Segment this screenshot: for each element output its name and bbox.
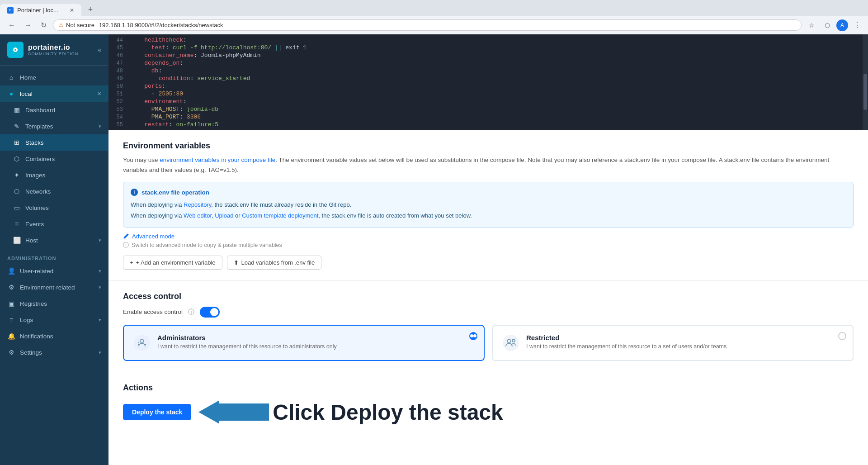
app-layout: portainer.io Community Edition « ⌂ Home … [0, 34, 868, 465]
svg-point-8 [503, 335, 519, 351]
hint-text: Switch to advanced mode to copy & paste … [132, 242, 282, 248]
sidebar-item-volumes[interactable]: ▭ Volumes [0, 199, 108, 216]
info-box-text: When deploying via Repository, the stack… [131, 199, 846, 221]
code-lines: 44 healthcheck:45 test: curl -f http://l… [108, 36, 868, 128]
profile-button[interactable]: A [836, 19, 848, 31]
more-menu-button[interactable]: ⋮ [852, 19, 863, 31]
vertical-scrollbar[interactable] [863, 34, 868, 130]
sidebar-item-local[interactable]: ● local ✕ [0, 85, 108, 102]
access-control-toggle[interactable] [200, 307, 220, 318]
logo-sub-text: Community Edition [28, 52, 78, 56]
annotation-text: Click Deploy the stack [273, 400, 503, 425]
admin-radio[interactable] [469, 332, 477, 340]
bookmark-button[interactable]: ☆ [805, 20, 818, 31]
sidebar-collapse-button[interactable]: « [98, 46, 101, 53]
restricted-card[interactable]: Restricted I want to restrict the manage… [492, 325, 854, 361]
line-content: PMA_HOST: joomla-db [130, 106, 868, 113]
local-icon: ● [7, 90, 15, 97]
forward-button[interactable]: → [22, 19, 34, 31]
sidebar-item-notifications[interactable]: 🔔 Notifications [0, 328, 108, 344]
line-number: 52 [108, 99, 130, 105]
local-close-icon[interactable]: ✕ [97, 91, 101, 97]
add-env-var-button[interactable]: + + Add an environment variable [123, 256, 222, 270]
env-related-label: Environment-related [20, 284, 94, 291]
sidebar-item-settings[interactable]: ⚙ Settings ▾ [0, 344, 108, 361]
sidebar-item-dashboard[interactable]: ▦ Dashboard [0, 102, 108, 118]
line-number: 44 [108, 37, 130, 43]
line-content: db: [130, 67, 868, 74]
sidebar-item-images[interactable]: ✦ Images [0, 167, 108, 183]
toggle-row: Enable access control ⓘ [123, 307, 854, 318]
code-line: 48 db: [108, 67, 868, 75]
sidebar-item-containers[interactable]: ⬡ Containers [0, 151, 108, 167]
tab-title: Portainer | loc... [17, 7, 58, 14]
back-button[interactable]: ← [5, 19, 18, 31]
hint-icon: ⓘ [123, 242, 129, 249]
help-icon[interactable]: ⓘ [188, 308, 194, 316]
not-secure-label: Not secure [66, 22, 94, 28]
upload-link[interactable]: Upload [215, 212, 233, 219]
sidebar-item-env-related[interactable]: ⚙ Environment-related ▾ [0, 279, 108, 295]
code-line: 52 environment: [108, 98, 868, 105]
browser-tab[interactable]: P Portainer | loc... ✕ [0, 4, 81, 16]
line-content: test: curl -f http://localhost:80/ || ex… [130, 44, 868, 51]
tab-close-button[interactable]: ✕ [70, 7, 74, 14]
address-bar[interactable]: ⚠ Not secure 192.168.1.18:9000/#!/2/dock… [53, 19, 802, 31]
notifications-icon: 🔔 [7, 332, 15, 340]
access-control-section: Access control Enable access control ⓘ [108, 281, 868, 372]
admin-card[interactable]: Administrators I want to restrict the ma… [123, 325, 485, 361]
sidebar-item-home[interactable]: ⌂ Home [0, 69, 108, 85]
line-number: 47 [108, 60, 130, 66]
env-buttons-row: + + Add an environment variable ⬆ Load v… [123, 256, 854, 270]
networks-label: Networks [25, 188, 101, 195]
restricted-radio[interactable] [838, 332, 846, 340]
line-number: 45 [108, 45, 130, 51]
sidebar-item-stacks[interactable]: ⊞ Stacks [0, 134, 108, 151]
sidebar-item-registries[interactable]: ▣ Registries [0, 295, 108, 312]
line-number: 53 [108, 106, 130, 113]
scrollbar-thumb[interactable] [863, 74, 867, 110]
web-editor-link[interactable]: Web editor [184, 212, 212, 219]
deploy-button[interactable]: Deploy the stack [123, 404, 191, 420]
sidebar-item-events[interactable]: ≡ Events [0, 216, 108, 232]
code-line: 51 - 2505:80 [108, 90, 868, 98]
admin-group-label: Administration [0, 252, 108, 263]
access-cards: Administrators I want to restrict the ma… [123, 325, 854, 361]
code-line: 46 container_name: Joomla-phpMyAdmin [108, 52, 868, 59]
extensions-button[interactable]: ⬡ [822, 20, 833, 31]
logs-arrow-icon: ▾ [99, 317, 101, 323]
sidebar-item-networks[interactable]: ⬡ Networks [0, 183, 108, 199]
sidebar-item-host[interactable]: ⬜ Host ▾ [0, 232, 108, 248]
sidebar-item-templates[interactable]: ✎ Templates ▾ [0, 118, 108, 134]
load-env-file-button[interactable]: ⬆ Load variables from .env file [227, 256, 322, 270]
line-content: environment: [130, 98, 868, 105]
templates-icon: ✎ [13, 123, 21, 130]
sidebar-item-user-related[interactable]: 👤 User-related ▾ [0, 263, 108, 279]
info-box-title: i stack.env file operation [131, 189, 846, 196]
host-label: Host [25, 237, 94, 244]
code-line: 54 PMA_PORT: 3306 [108, 113, 868, 121]
admin-card-desc: I want to restrict the management of thi… [157, 343, 337, 350]
custom-template-link[interactable]: Custom template deployment [242, 212, 318, 219]
toggle-slider [200, 307, 220, 318]
logo-icon [7, 42, 24, 58]
env-variables-section: Environment variables You may use enviro… [108, 130, 868, 281]
code-editor[interactable]: 44 healthcheck:45 test: curl -f http://l… [108, 34, 868, 130]
toggle-label: Enable access control [123, 308, 183, 315]
stacks-label: Stacks [25, 139, 101, 146]
repo-link[interactable]: Repository [184, 201, 211, 208]
code-line: 44 healthcheck: [108, 36, 868, 44]
sidebar-item-logs[interactable]: ≡ Logs ▾ [0, 312, 108, 328]
deploy-annotation: Deploy the stack Click Deploy the stack [123, 400, 854, 425]
new-tab-button[interactable]: + [83, 3, 98, 16]
advanced-mode-link[interactable]: Advanced mode [123, 233, 854, 240]
line-content: PMA_PORT: 3306 [130, 114, 868, 120]
browser-chrome: P Portainer | loc... ✕ + ← → ↻ ⚠ Not sec… [0, 0, 868, 34]
line-content: healthcheck: [130, 37, 868, 43]
stacks-icon: ⊞ [13, 139, 21, 146]
env-desc-link[interactable]: environment variables in your compose fi… [160, 157, 275, 163]
reload-button[interactable]: ↻ [38, 19, 49, 31]
restricted-card-text: Restricted I want to restrict the manage… [526, 334, 726, 350]
line-content: depends_on: [130, 60, 868, 66]
env-arrow-icon: ▾ [99, 285, 101, 290]
